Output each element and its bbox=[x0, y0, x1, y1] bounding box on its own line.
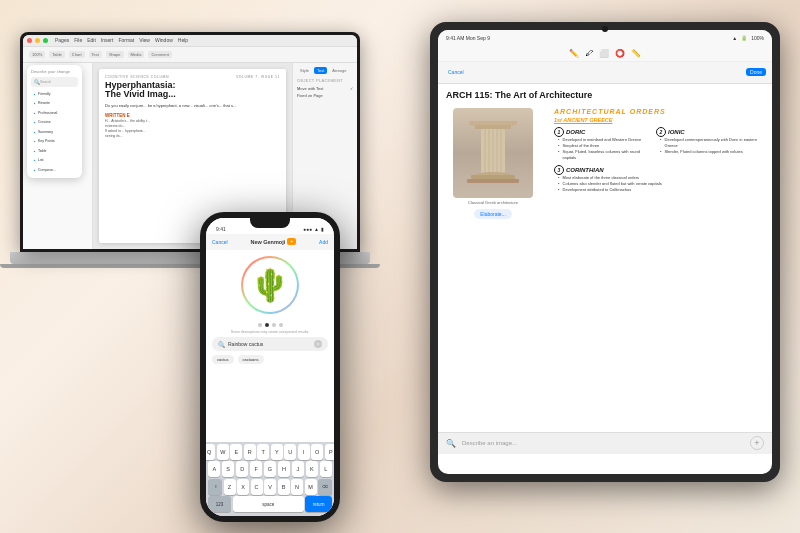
describe-image-input[interactable]: Describe an image... bbox=[462, 440, 744, 446]
ipad-describe-bar: 🔍 Describe an image... + bbox=[438, 432, 772, 454]
doc-column-label: COGNITIVE SCIENCE COLUMN bbox=[105, 75, 169, 79]
ai-option-keypoints[interactable]: ⋆Key Points bbox=[31, 137, 78, 145]
ai-option-table[interactable]: ⋆Table bbox=[31, 147, 78, 155]
key-x[interactable]: X bbox=[237, 479, 249, 495]
bullet-icon: ⋆ bbox=[33, 167, 36, 173]
suggestion-cactus[interactable]: cactus bbox=[212, 355, 234, 364]
key-e[interactable]: E bbox=[230, 444, 242, 460]
key-r[interactable]: R bbox=[244, 444, 256, 460]
lasso-icon[interactable]: ⭕ bbox=[615, 49, 625, 58]
menu-view[interactable]: View bbox=[139, 37, 150, 43]
ai-option-concise[interactable]: ⋆Concise bbox=[31, 118, 78, 126]
key-q[interactable]: Q bbox=[206, 444, 215, 460]
ai-search-box[interactable]: 🔍 Search bbox=[31, 77, 78, 87]
ipad-device: 9:41 AM Mon Sep 9 ▲ 🔋 100% ✏️ 🖊 ⬜ ⭕ 📏 bbox=[430, 22, 780, 482]
insert-btn[interactable]: Table bbox=[49, 51, 65, 58]
key-return[interactable]: return bbox=[305, 496, 332, 512]
menu-edit[interactable]: Edit bbox=[87, 37, 96, 43]
key-backspace[interactable]: ⌫ bbox=[318, 479, 332, 495]
keyboard: Q W E R T Y U I O P A S D bbox=[206, 442, 334, 516]
dot-3 bbox=[272, 323, 276, 327]
marker-icon[interactable]: 🖊 bbox=[585, 49, 593, 58]
maximize-dot[interactable] bbox=[43, 38, 48, 43]
key-o[interactable]: O bbox=[311, 444, 323, 460]
key-d[interactable]: D bbox=[236, 461, 248, 477]
ai-option-list[interactable]: ⋆List bbox=[31, 156, 78, 164]
menu-format[interactable]: Format bbox=[118, 37, 134, 43]
key-numbers[interactable]: 123 bbox=[208, 496, 231, 512]
key-g[interactable]: G bbox=[264, 461, 276, 477]
doric-circle: 1 bbox=[554, 127, 564, 137]
ai-option-friendly[interactable]: ⋆Friendly bbox=[31, 90, 78, 98]
key-i[interactable]: I bbox=[298, 444, 310, 460]
menu-window[interactable]: Window bbox=[155, 37, 173, 43]
ai-option-professional[interactable]: ⋆Professional bbox=[31, 109, 78, 117]
ipad-content-area: Classical Greek architecture Elaborate..… bbox=[438, 104, 772, 448]
key-k[interactable]: K bbox=[306, 461, 318, 477]
bullet-icon: ⋆ bbox=[33, 100, 36, 106]
key-y[interactable]: Y bbox=[271, 444, 283, 460]
key-w[interactable]: W bbox=[217, 444, 229, 460]
genmoji-add-btn[interactable]: Add bbox=[319, 239, 328, 245]
notes-handwriting-area: ARCHITECTURAL ORDERS 1st ANCIENT GREECE … bbox=[548, 104, 772, 448]
ai-option-compose[interactable]: ⋆Compose... bbox=[31, 166, 78, 174]
genmoji-search-input[interactable]: Rainbow cactus bbox=[228, 341, 311, 347]
key-t[interactable]: T bbox=[257, 444, 269, 460]
tab-arrange[interactable]: Arrange bbox=[329, 67, 349, 74]
bullet-icon: ⋆ bbox=[33, 91, 36, 97]
key-u[interactable]: U bbox=[284, 444, 296, 460]
ipad-time: 9:41 AM Mon Sep 9 bbox=[446, 35, 490, 41]
ruler-icon[interactable]: 📏 bbox=[631, 49, 641, 58]
battery-pct: 100% bbox=[751, 35, 764, 41]
bullet-icon: ⋆ bbox=[33, 157, 36, 163]
zoom-control[interactable]: 100% bbox=[29, 51, 45, 58]
key-f[interactable]: F bbox=[250, 461, 262, 477]
key-v[interactable]: V bbox=[264, 479, 276, 495]
key-m[interactable]: M bbox=[305, 479, 317, 495]
chart-btn[interactable]: Chart bbox=[69, 51, 85, 58]
genmoji-cancel-btn[interactable]: Cancel bbox=[212, 239, 228, 245]
comment-btn[interactable]: Comment bbox=[148, 51, 171, 58]
key-b[interactable]: B bbox=[278, 479, 290, 495]
minimize-dot[interactable] bbox=[35, 38, 40, 43]
key-p[interactable]: P bbox=[325, 444, 334, 460]
cancel-button[interactable]: Cancel bbox=[444, 68, 468, 76]
elaborate-btn[interactable]: Elaborate... bbox=[474, 209, 512, 219]
menu-help[interactable]: Help bbox=[178, 37, 188, 43]
eraser-icon[interactable]: ⬜ bbox=[599, 49, 609, 58]
key-j[interactable]: J bbox=[292, 461, 304, 477]
svg-rect-11 bbox=[469, 121, 517, 125]
key-shift[interactable]: ⇧ bbox=[208, 479, 222, 495]
search-clear-btn[interactable]: × bbox=[314, 340, 322, 348]
ipad-drawing-toolbar: ✏️ 🖊 ⬜ ⭕ 📏 bbox=[438, 46, 772, 62]
key-s[interactable]: S bbox=[222, 461, 234, 477]
ai-option-rewrite[interactable]: ⋆Rewrite bbox=[31, 99, 78, 107]
emoji-large: 🌵 bbox=[243, 258, 297, 312]
pillar-svg bbox=[463, 113, 523, 193]
pages-toolbar: 100% Table Chart Text Shape Media Commen… bbox=[23, 47, 357, 63]
key-n[interactable]: N bbox=[291, 479, 303, 495]
tab-style[interactable]: Style bbox=[297, 67, 312, 74]
key-space[interactable]: space bbox=[233, 496, 304, 512]
text-btn[interactable]: Text bbox=[89, 51, 102, 58]
key-a[interactable]: A bbox=[208, 461, 220, 477]
corinthian-circle: 3 bbox=[554, 165, 564, 175]
key-l[interactable]: L bbox=[320, 461, 332, 477]
done-button[interactable]: Done bbox=[746, 68, 766, 76]
dot-4 bbox=[279, 323, 283, 327]
menu-pages[interactable]: Pages bbox=[55, 37, 69, 43]
key-h[interactable]: H bbox=[278, 461, 290, 477]
media-btn[interactable]: Media bbox=[128, 51, 145, 58]
ai-option-summary[interactable]: ⋆Summary bbox=[31, 128, 78, 136]
add-image-button[interactable]: + bbox=[750, 436, 764, 450]
menu-file[interactable]: File bbox=[74, 37, 82, 43]
close-dot[interactable] bbox=[27, 38, 32, 43]
pencil-icon[interactable]: ✏️ bbox=[569, 49, 579, 58]
key-c[interactable]: C bbox=[251, 479, 263, 495]
tab-text[interactable]: Text bbox=[314, 67, 327, 74]
ai-panel-title: Describe your change bbox=[31, 69, 78, 74]
shape-btn[interactable]: Shape bbox=[106, 51, 124, 58]
key-z[interactable]: Z bbox=[224, 479, 236, 495]
suggestion-cactuans[interactable]: cactuans bbox=[238, 355, 264, 364]
menu-insert[interactable]: Insert bbox=[101, 37, 114, 43]
